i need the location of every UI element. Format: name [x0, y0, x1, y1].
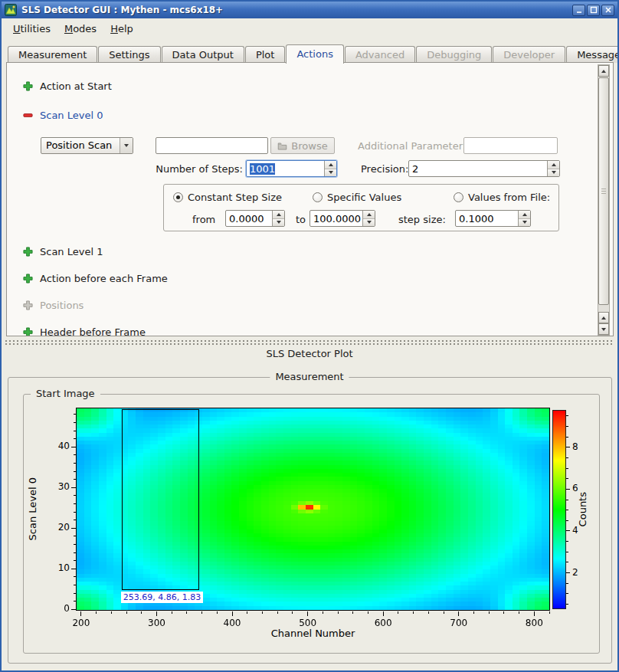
tab-debugging: Debugging — [416, 46, 492, 63]
heatmap-plot[interactable]: 253.69, 4.86, 1.83 200300400500600700800… — [76, 408, 550, 611]
spin-up-button[interactable] — [363, 211, 375, 218]
y-tick-label: 20 — [42, 522, 70, 533]
tab-settings[interactable]: Settings — [98, 46, 160, 63]
menu-help[interactable]: Help — [103, 21, 140, 37]
x-minor-tick — [96, 611, 97, 614]
spin-up-button[interactable] — [548, 161, 559, 169]
precision-value[interactable]: 2 — [409, 161, 547, 176]
specific-values-option[interactable]: Specific Values — [313, 192, 401, 203]
chevron-down-icon[interactable] — [120, 138, 133, 153]
x-tick-label: 500 — [291, 618, 325, 628]
green-plus-icon[interactable] — [23, 81, 33, 91]
y-tick — [71, 528, 76, 529]
scroll-up-button-bottom[interactable] — [598, 312, 609, 323]
x-minor-tick — [489, 611, 490, 614]
scan-script-input[interactable] — [156, 137, 268, 154]
window-title: SLS Detector GUI : Mythen - mcs6x18+ — [21, 5, 572, 15]
x-minor-tick — [368, 611, 368, 614]
y-minor-tick — [74, 422, 76, 423]
constant-step-size-option[interactable]: Constant Step Size — [173, 192, 282, 203]
number-of-steps-spinbox[interactable]: 1001 — [246, 160, 337, 177]
scroll-down-button[interactable] — [598, 323, 609, 335]
tab-plot[interactable]: Plot — [245, 46, 286, 63]
plot-tooltip: 253.69, 4.86, 1.83 — [121, 592, 203, 603]
spin-up-button[interactable] — [273, 211, 284, 218]
spin-down-button[interactable] — [548, 169, 559, 177]
values-from-file-option[interactable]: Values from File: — [454, 192, 550, 203]
to-value[interactable]: 100.0000 — [310, 211, 362, 226]
scan-mode-value: Position Scan — [41, 138, 120, 153]
tab-messages[interactable]: Messages — [566, 46, 619, 63]
y-tick-label: 30 — [42, 481, 70, 492]
tab-actions[interactable]: Actions — [286, 44, 344, 64]
heatmap-canvas[interactable] — [77, 408, 549, 610]
scan-mode-combobox[interactable]: Position Scan — [41, 137, 133, 154]
spin-down-button[interactable] — [363, 218, 375, 227]
precision-spinbox[interactable]: 2 — [408, 160, 560, 177]
colorbar-tick — [566, 447, 570, 447]
scan-level-0-label: Scan Level 0 — [40, 110, 103, 121]
maximize-button[interactable] — [587, 5, 600, 16]
to-spinbox[interactable]: 100.0000 — [310, 210, 375, 227]
menu-modes[interactable]: Modes — [57, 21, 103, 37]
titlebar[interactable]: SLS Detector GUI : Mythen - mcs6x18+ — [2, 2, 617, 18]
minimize-button[interactable] — [572, 5, 585, 16]
colorbar: 2468 — [552, 410, 566, 609]
x-tick-label: 700 — [442, 618, 476, 628]
y-minor-tick — [74, 544, 76, 545]
y-minor-tick — [74, 479, 76, 480]
tab-advanced: Advanced — [345, 46, 415, 63]
green-plus-icon[interactable] — [23, 274, 33, 284]
y-minor-tick — [74, 454, 76, 455]
x-minor-tick — [186, 611, 187, 614]
colorbar-tick-label: 2 — [572, 567, 589, 578]
colorbar-minor-tick — [566, 468, 568, 469]
spin-up-button[interactable] — [325, 161, 336, 169]
spin-up-button[interactable] — [519, 211, 530, 218]
x-minor-tick — [413, 611, 414, 614]
radio-button-checked[interactable] — [173, 192, 183, 202]
colorbar-minor-tick — [566, 604, 568, 605]
tab-bar: Measurement Settings Data Output Plot Ac… — [8, 43, 611, 63]
x-minor-tick — [217, 611, 218, 614]
x-minor-tick — [292, 611, 293, 614]
spin-down-button[interactable] — [519, 218, 530, 227]
tab-measurement[interactable]: Measurement — [8, 46, 97, 63]
step-size-value[interactable]: 0.1000 — [456, 211, 518, 226]
x-tick — [458, 611, 459, 616]
red-minus-icon[interactable] — [23, 110, 33, 120]
y-tick — [71, 487, 76, 488]
tab-data-output[interactable]: Data Output — [162, 46, 244, 63]
colorbar-minor-tick — [566, 510, 568, 510]
splitter-handle[interactable] — [5, 339, 614, 346]
to-label: to — [296, 214, 306, 225]
x-minor-tick — [247, 611, 247, 614]
close-button[interactable] — [601, 5, 614, 16]
step-size-spinbox[interactable]: 0.1000 — [455, 210, 531, 227]
x-tick-label: 600 — [366, 618, 400, 628]
spin-down-button[interactable] — [325, 169, 336, 177]
scroll-up-button[interactable] — [598, 65, 609, 77]
x-tick-label: 200 — [64, 618, 98, 628]
from-value[interactable]: 0.0000 — [226, 211, 272, 226]
specific-values-label: Specific Values — [327, 192, 401, 203]
vertical-scrollbar[interactable] — [598, 64, 610, 336]
y-minor-tick — [74, 495, 76, 496]
scroll-thumb[interactable] — [598, 77, 609, 305]
spin-down-button[interactable] — [273, 218, 284, 227]
radio-button[interactable] — [313, 192, 323, 202]
number-of-steps-value[interactable]: 1001 — [250, 163, 275, 175]
step-mode-groupbox: Constant Step Size Specific Values Value… — [163, 184, 559, 231]
x-tick — [156, 611, 157, 616]
menu-utilities[interactable]: Utilities — [6, 21, 57, 37]
green-plus-icon[interactable] — [23, 247, 33, 257]
y-minor-tick — [74, 560, 76, 561]
precision-label: Precision: — [361, 163, 408, 175]
colorbar-minor-tick — [566, 520, 568, 521]
colorbar-minor-tick — [566, 457, 568, 458]
from-spinbox[interactable]: 0.0000 — [225, 210, 285, 227]
green-plus-icon[interactable] — [23, 327, 33, 337]
y-tick — [71, 609, 76, 610]
positions-label: Positions — [40, 300, 84, 311]
radio-button[interactable] — [454, 192, 463, 202]
